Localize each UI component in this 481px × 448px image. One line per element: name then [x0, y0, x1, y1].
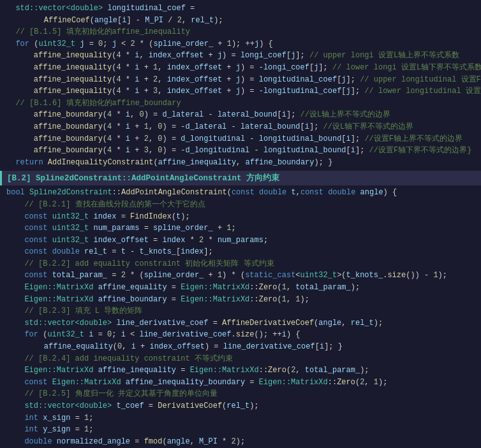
code-line: affine_inequality(4 * i + 3, index_offse… — [5, 85, 476, 98]
code-line: bool Spline2dConstraint::AddPointAngleCo… — [5, 187, 476, 199]
code-line: affine_inequality(4 * i, index_offset + … — [5, 50, 476, 62]
code-line: const uint32_t index = FindIndex(t); — [5, 211, 476, 223]
section2-header: [B.2] Spline2dConstraint::AddPointAngleC… — [0, 171, 481, 185]
code-line: // [B.2.2] add equality constraint 初始化相关… — [5, 258, 476, 270]
code-line: AffineCoef(angle[i] - M_PI / 2, rel_t); — [5, 15, 476, 27]
code-line: const uint32_t index_offset = index * 2 … — [5, 235, 476, 247]
code-line: affine_inequality(4 * i + 1, index_offse… — [5, 62, 476, 74]
code-line: std::vector<double> longitudinal_coef = — [5, 3, 476, 15]
section2-code: bool Spline2dConstraint::AddPointAngleCo… — [0, 187, 481, 448]
code-container: std::vector<double> longitudinal_coef = … — [0, 0, 481, 448]
code-line: // [B.2.1] 查找在曲线分段点的第一个大于它的点 — [5, 199, 476, 211]
code-line: for (uint32_t i = 0; i < line_derivative… — [5, 329, 476, 341]
code-line: int y_sign = 1; — [5, 424, 476, 436]
code-line: affine_equality(0, i + index_offset) = l… — [5, 341, 476, 353]
code-line: double normalized_angle = fmod(angle, M_… — [5, 436, 476, 448]
code-line: int x_sign = 1; — [5, 412, 476, 424]
code-line: std::vector<double> t_coef = DerivativeC… — [5, 400, 476, 412]
code-line: for (uint32_t j = 0; j < 2 * (spline_ord… — [5, 38, 476, 50]
code-line: Eigen::MatrixXd affine_inequality = Eige… — [5, 365, 476, 377]
code-line: affine_inequality(4 * i + 2, index_offse… — [5, 74, 476, 86]
code-line: affine_boundary(4 * i + 3, 0) = -d_longi… — [5, 145, 476, 157]
code-line: std::vector<double> line_derivative_coef… — [5, 317, 476, 329]
pre-section-code: std::vector<double> longitudinal_coef = … — [0, 3, 481, 168]
code-line: // [B.2.5] 角度归一化 并定义其基于角度的单位向量 — [5, 388, 476, 400]
code-line: // [B.1.6] 填充初始化的affine_boundary — [5, 98, 476, 110]
code-line: affine_boundary(4 * i + 1, 0) = -d_later… — [5, 121, 476, 133]
code-line: Eigen::MatrixXd affine_equality = Eigen:… — [5, 282, 476, 294]
code-line: return AddInequalityConstraint(affine_in… — [5, 157, 476, 169]
code-line: // [B.2.4] add inequality constraint 不等式… — [5, 353, 476, 365]
code-line: const total_param_ = 2 * (spline_order_ … — [5, 270, 476, 282]
code-line: affine_boundary(4 * i + 2, 0) = d_longit… — [5, 133, 476, 145]
code-line: const double rel_t = t - t_knots_[index]… — [5, 246, 476, 258]
code-line: // [B.2.3] 填充 L 导数的矩阵 — [5, 305, 476, 317]
code-line: const uint32_t num_params = spline_order… — [5, 222, 476, 235]
code-line: Eigen::MatrixXd affine_boundary = Eigen:… — [5, 294, 476, 306]
code-line: // [B.1.5] 填充初始化的affine_inequality — [5, 26, 476, 38]
code-line: const Eigen::MatrixXd affine_inequality_… — [5, 377, 476, 389]
code-line: affine_boundary(4 * i, 0) = d_lateral - … — [5, 109, 476, 121]
